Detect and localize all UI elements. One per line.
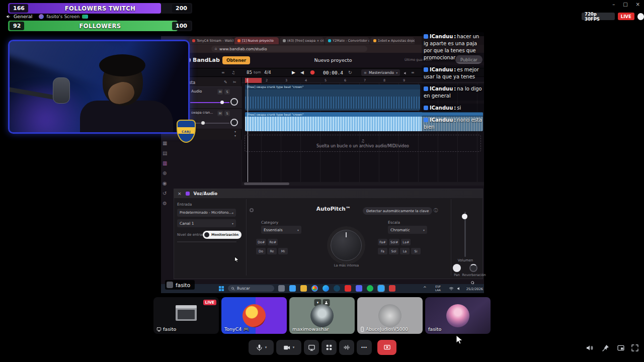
bandlab-brand[interactable]: BandLab [193, 57, 220, 63]
chevron-down-icon[interactable]: ▾ [265, 345, 267, 349]
maximize-icon[interactable]: □ [623, 2, 627, 7]
minimize-icon[interactable]: – [612, 2, 615, 7]
discord-icon[interactable] [356, 285, 362, 292]
pencil-icon[interactable]: ✎ [224, 80, 227, 84]
detect-key-button[interactable]: Detectar automáticamente la clave [363, 207, 432, 215]
chat-username[interactable]: ICanduu [430, 105, 453, 111]
play-icon[interactable]: ▶ [292, 70, 295, 75]
collapse-icon[interactable]: ▾ [234, 134, 236, 137]
project-title[interactable]: Nuevo proyecto [303, 57, 363, 63]
info-icon[interactable]: ⓘ [434, 208, 438, 213]
camera-button[interactable]: ▾ [276, 340, 301, 355]
loop-icon[interactable]: ↻ [348, 70, 352, 75]
participant-tile[interactable]: TonyC4 🎮 [221, 297, 287, 334]
mute-button[interactable]: M [217, 89, 223, 95]
pan-knob[interactable] [453, 264, 461, 272]
chrome-icon[interactable] [311, 285, 318, 292]
reverb-knob[interactable] [469, 264, 477, 272]
volume-icon[interactable] [586, 344, 594, 352]
participant-tile[interactable]: AbuceJudiosV5000 [357, 297, 423, 334]
browser-tab[interactable]: TonyC4 Stream - Watch [189, 37, 233, 44]
chevron-down-icon[interactable]: ▾ [293, 345, 295, 349]
tracks-view-icon[interactable]: ▤ [163, 151, 167, 156]
note-key[interactable]: La# [401, 239, 411, 245]
solo-button[interactable]: S [224, 89, 230, 95]
fullscreen-icon[interactable] [631, 344, 639, 352]
volume-line[interactable] [190, 123, 229, 124]
note-key[interactable]: Do [256, 248, 266, 254]
participant-tile[interactable]: ▾ maximowashar [289, 297, 355, 334]
volume-handle[interactable] [220, 101, 224, 104]
viewer-avatar-icon[interactable] [637, 13, 644, 20]
note-key[interactable]: Fa [378, 248, 387, 254]
chat-username[interactable]: ICanduu [430, 86, 453, 92]
scrollbar-thumb[interactable] [244, 183, 289, 185]
note-key[interactable]: Re# [268, 239, 278, 245]
screen-share-button[interactable] [304, 340, 319, 355]
master-volume-icon[interactable] [404, 71, 408, 75]
note-key[interactable]: Mi [278, 248, 288, 254]
close-icon[interactable]: × [636, 2, 640, 7]
browser-tab-active[interactable]: [1] Nuevo proyecto [234, 37, 279, 44]
audio-clip[interactable]: [free] swapa crank type beat "crown" [245, 84, 420, 111]
screen-share-name[interactable]: fasito's Screen [46, 14, 79, 19]
note-key[interactable]: Fa# [378, 239, 387, 245]
pin-icon[interactable] [602, 344, 610, 352]
history-icon[interactable]: ◉ [163, 181, 167, 186]
skip-start-icon[interactable]: ◀ [300, 70, 304, 75]
chat-username[interactable]: ICanduu [430, 34, 453, 39]
mute-button[interactable]: M [217, 111, 223, 116]
tray-expand-icon[interactable]: ^ [423, 286, 427, 291]
category-dropdown[interactable]: Essentials▾ [261, 226, 301, 234]
scale-dropdown[interactable]: Chromatic▾ [388, 226, 427, 234]
browser-tab[interactable]: 1xbet ▸ Apuestas deport [370, 37, 415, 44]
playhead[interactable] [248, 78, 248, 185]
participant-tile[interactable]: fasito [425, 297, 491, 334]
undo-icon[interactable]: ↺ [163, 191, 167, 196]
note-key[interactable]: Sol [389, 248, 398, 254]
soundboard-button[interactable] [339, 340, 354, 355]
note-key[interactable]: Re [267, 248, 277, 254]
participant-tile-screenshare[interactable]: LIVE fasito [153, 297, 219, 334]
language-indicator[interactable]: ESPLAA [435, 285, 441, 292]
edge-icon[interactable] [323, 285, 329, 292]
more-options-button[interactable]: ⋯ [357, 340, 372, 355]
mute-microphone-button[interactable]: ▾ [249, 340, 274, 355]
taskbar-app-icon[interactable] [278, 285, 285, 292]
channel-dropdown[interactable]: Canal 1▾ [177, 219, 236, 227]
input-device-dropdown[interactable]: Predeterminado - Micrófono...▾ [177, 209, 236, 217]
grid-view-icon[interactable]: ▦ [163, 141, 167, 146]
get-button[interactable]: Obtener [222, 56, 250, 64]
url-field[interactable]: ⌂ www.bandlab.com/studio [211, 46, 367, 52]
voice-channel-name[interactable]: General [14, 14, 32, 19]
autopitch-intensity-knob[interactable] [331, 230, 362, 261]
chat-username[interactable]: ICanduu [430, 67, 453, 72]
bpm-value[interactable]: 85 [247, 70, 252, 75]
taskbar-search[interactable]: Buscar [228, 285, 274, 292]
taskbar-app-icon[interactable] [289, 285, 296, 292]
taskbar-app-icon[interactable] [389, 285, 395, 292]
close-icon[interactable]: × [178, 191, 182, 196]
chat-username[interactable]: ICanduu [430, 117, 453, 123]
taskbar-clock[interactable]: 25/2/2026 [464, 287, 483, 291]
note-key[interactable]: Do# [256, 239, 266, 245]
track-name[interactable]: Audio [191, 89, 202, 94]
dropzone[interactable]: ♫ Suelta un bucle o un archivo audio/MID… [245, 135, 481, 152]
note-key[interactable]: Si [411, 248, 421, 254]
activities-button[interactable] [321, 340, 337, 355]
webcam-feed[interactable] [8, 40, 190, 134]
youtube-icon[interactable] [345, 285, 351, 292]
collapse-icon[interactable]: ▾ [234, 130, 236, 133]
volume-slider-handle[interactable] [462, 214, 467, 219]
time-signature[interactable]: 4/4 [264, 70, 271, 75]
steam-icon[interactable] [334, 285, 340, 292]
windows-start-icon[interactable] [218, 286, 224, 292]
record-icon[interactable]: ● [310, 69, 315, 76]
folder-icon[interactable] [300, 285, 307, 292]
mixer-icon[interactable]: ≡ [411, 70, 415, 75]
settings-gear-icon[interactable]: ⚙ [163, 201, 167, 206]
note-key[interactable]: Sol# [389, 239, 399, 245]
quality-badge[interactable]: 720p 30FPS [582, 13, 615, 20]
browser-tab[interactable]: Y2Mate - Convertidor de [325, 37, 369, 44]
volume-handle[interactable] [201, 121, 205, 125]
